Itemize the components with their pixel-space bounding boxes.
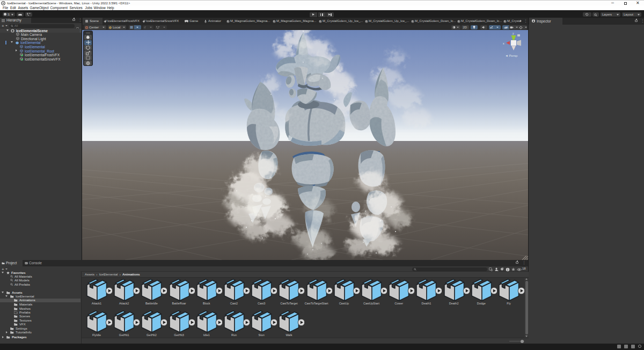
svg-text:◄ Persp: ◄ Persp xyxy=(505,54,518,57)
